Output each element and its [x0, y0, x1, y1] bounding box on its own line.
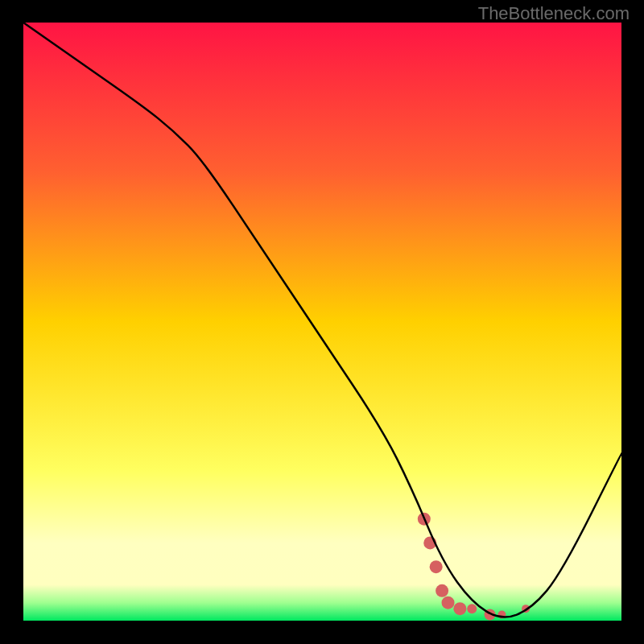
marker-point: [442, 597, 455, 609]
marker-point: [453, 602, 466, 615]
main-curve-path: [23, 23, 621, 617]
marker-point: [430, 560, 443, 573]
watermark-text: TheBottleneck.com: [478, 3, 630, 24]
marker-point: [436, 584, 448, 597]
marker-point: [467, 604, 477, 613]
chart-curve: [23, 23, 621, 621]
chart-plot-area: [23, 23, 621, 621]
chart-markers: [418, 513, 530, 621]
